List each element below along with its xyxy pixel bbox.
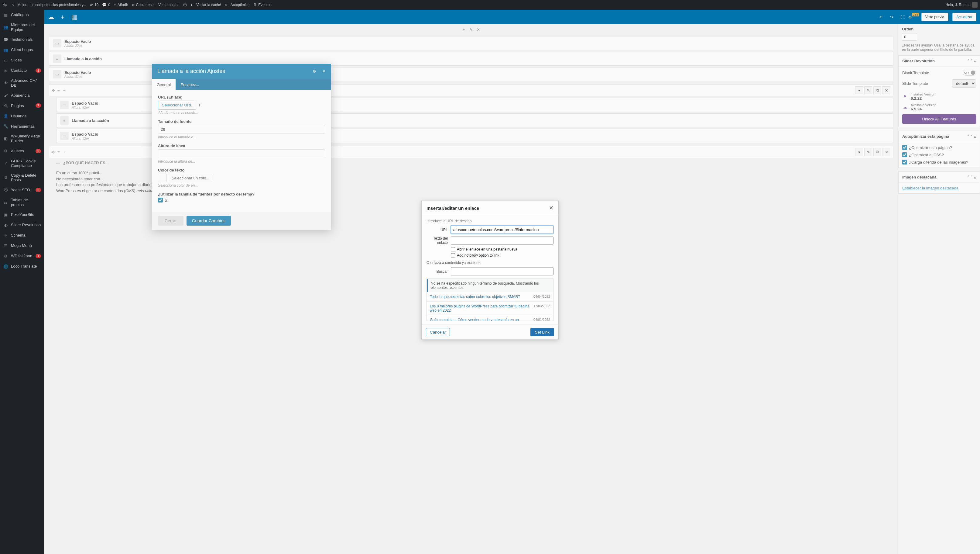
result-item[interactable]: Los 8 mejores plugins de WordPress para … xyxy=(427,302,553,315)
search-input[interactable] xyxy=(451,267,554,276)
search-results: No se ha especificado ningún término de … xyxy=(426,278,554,321)
link-modal: Insertar/editar un enlace ✕ Introduce la… xyxy=(422,201,558,340)
modal-title: Insertar/editar un enlace xyxy=(426,205,549,211)
url-label: URL xyxy=(426,227,448,232)
set-link-button[interactable]: Set Link xyxy=(530,328,554,336)
cancel-button[interactable]: Cancelar xyxy=(426,328,450,336)
modal-subheading: Introduce la URL de destino xyxy=(426,219,554,223)
result-item[interactable]: Todo lo que necesitas saber sobre los ob… xyxy=(427,292,553,302)
search-label: Buscar xyxy=(426,269,448,273)
link-text-input[interactable] xyxy=(451,236,554,244)
url-input[interactable] xyxy=(451,226,554,234)
result-item[interactable]: Guía completa – Cómo vender moda y artes… xyxy=(427,315,553,321)
results-info: No se ha especificado ningún término de … xyxy=(427,279,553,292)
modal-overlay: Insertar/editar un enlace ✕ Introduce la… xyxy=(0,0,980,554)
new-tab-label: Abrir el enlace en una pestaña nueva xyxy=(457,247,517,251)
modal-subheading: O enlaza a contenido ya existente xyxy=(426,260,554,265)
close-icon[interactable]: ✕ xyxy=(549,204,554,211)
link-text-label: Texto del enlace xyxy=(426,236,448,245)
nofollow-label: Add nofollow option to link xyxy=(457,253,499,257)
new-tab-checkbox[interactable] xyxy=(451,247,455,251)
nofollow-checkbox[interactable] xyxy=(451,253,455,257)
